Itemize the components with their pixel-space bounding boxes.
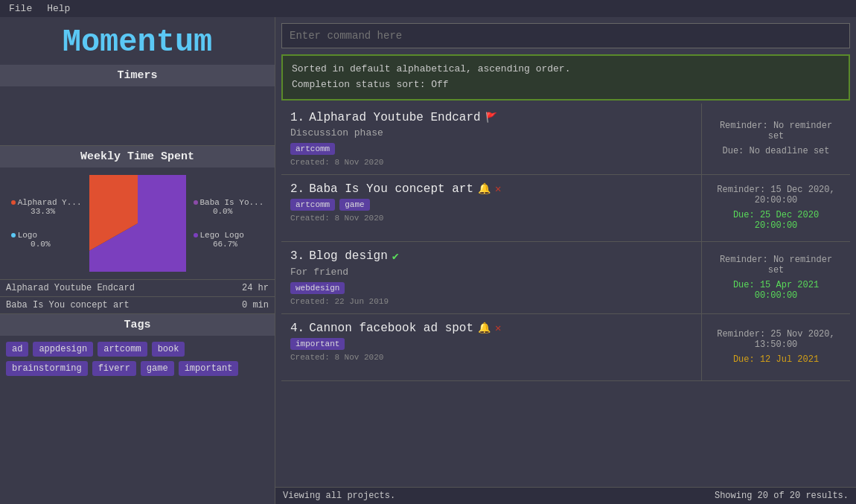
project-tag[interactable]: important xyxy=(290,338,345,350)
project-reminder: Reminder: No reminder set xyxy=(711,255,841,275)
project-main: 3. Blog design ✔ For friend webdesign Cr… xyxy=(281,242,701,313)
pie-chart xyxy=(89,175,186,272)
pie-label-logo: Logo 0.0% xyxy=(11,231,82,249)
bell-icon: 🔔 xyxy=(478,182,491,195)
project-tag[interactable]: artcomm xyxy=(290,143,335,155)
sidebar: Momentum Timers Weekly Time Spent Alphar… xyxy=(0,17,275,504)
project-main: 2. Baba Is You concept art 🔔✕ artcommgam… xyxy=(281,175,701,241)
status-right: Showing 20 of 20 results. xyxy=(715,491,849,501)
project-item[interactable]: 3. Blog design ✔ For friend webdesign Cr… xyxy=(281,242,850,314)
app-title: Momentum xyxy=(0,17,275,65)
project-item[interactable]: 1. Alpharad Youtube Endcard 🚩 Discussion… xyxy=(281,103,850,175)
project-meta: Reminder: No reminder set Due: No deadli… xyxy=(701,103,850,174)
project-due: Due: No deadline set xyxy=(711,146,841,156)
tag-pill[interactable]: game xyxy=(141,361,174,376)
tag-pill[interactable]: brainstorming xyxy=(6,361,88,376)
bell-icon: 🔔 xyxy=(478,322,491,334)
project-tag[interactable]: game xyxy=(339,199,369,211)
project-due: Due: 12 Jul 2021 xyxy=(711,354,841,365)
x-icon: ✕ xyxy=(495,322,501,334)
project-title: 4. Cannon facebook ad spot 🔔✕ xyxy=(290,322,692,335)
pie-label-lego: Lego Logo 66.7% xyxy=(194,231,264,249)
check-icon: ✔ xyxy=(392,249,399,264)
project-item[interactable]: 2. Baba Is You concept art 🔔✕ artcommgam… xyxy=(281,175,850,242)
project-phase: For friend xyxy=(290,267,692,278)
project-created: Created: 22 Jun 2019 xyxy=(290,297,692,306)
project-reminder: Reminder: 15 Dec 2020, 20:00:00 xyxy=(711,185,841,205)
tag-pill[interactable]: important xyxy=(179,361,239,376)
timers-section xyxy=(0,86,275,146)
project-name: Cannon facebook ad spot xyxy=(309,322,473,335)
project-tags: webdesign xyxy=(290,282,692,294)
project-item[interactable]: 4. Cannon facebook ad spot 🔔✕ important … xyxy=(281,314,850,381)
command-input[interactable] xyxy=(281,23,850,48)
menu-help[interactable]: Help xyxy=(47,3,70,14)
table-row: Alpharad Youtube Endcard 24 hr xyxy=(0,280,275,297)
main-layout: Momentum Timers Weekly Time Spent Alphar… xyxy=(0,17,856,504)
time-value-1: 24 hr xyxy=(215,280,275,297)
command-bar-wrapper xyxy=(275,17,856,54)
time-project-2: Baba Is You concept art xyxy=(0,297,215,314)
project-created: Created: 8 Nov 2020 xyxy=(290,158,692,167)
project-name: Blog design xyxy=(309,249,388,263)
project-number: 3. xyxy=(290,249,304,263)
menubar: File Help xyxy=(0,0,856,17)
time-table: Alpharad Youtube Endcard 24 hr Baba Is Y… xyxy=(0,279,275,313)
tags-section: Tags adappdesignartcommbookbrainstorming… xyxy=(0,314,275,504)
project-created: Created: 8 Nov 2020 xyxy=(290,214,692,223)
tag-pill[interactable]: fiverr xyxy=(92,361,136,376)
time-project-1: Alpharad Youtube Endcard xyxy=(0,280,215,297)
project-main: 1. Alpharad Youtube Endcard 🚩 Discussion… xyxy=(281,103,701,174)
project-meta: Reminder: 15 Dec 2020, 20:00:00 Due: 25 … xyxy=(701,175,850,241)
tag-pill[interactable]: book xyxy=(152,342,185,357)
tag-pill[interactable]: appdesign xyxy=(33,342,93,357)
project-tags: important xyxy=(290,338,692,350)
pie-label-alpharad: Alpharad Y... 33.3% xyxy=(11,198,82,216)
project-reminder: Reminder: No reminder set xyxy=(711,121,841,141)
project-number: 1. xyxy=(290,111,304,124)
project-number: 4. xyxy=(290,322,304,335)
status-bar: Viewing all projects. Showing 20 of 20 r… xyxy=(275,487,856,504)
table-row: Baba Is You concept art 0 min xyxy=(0,297,275,314)
project-title: 1. Alpharad Youtube Endcard 🚩 xyxy=(290,111,692,124)
sort-line1: Sorted in default alphabetical, ascendin… xyxy=(292,62,840,77)
timers-header: Timers xyxy=(0,65,275,86)
project-reminder: Reminder: 25 Nov 2020, 13:50:00 xyxy=(711,329,841,350)
project-meta: Reminder: 25 Nov 2020, 13:50:00 Due: 12 … xyxy=(701,314,850,380)
tag-pill[interactable]: artcomm xyxy=(98,342,147,357)
sort-line2: Completion status sort: Off xyxy=(292,77,840,93)
project-name: Baba Is You concept art xyxy=(309,182,473,196)
tags-container: adappdesignartcommbookbrainstormingfiver… xyxy=(0,336,275,382)
status-left: Viewing all projects. xyxy=(283,491,395,501)
project-meta: Reminder: No reminder set Due: 15 Apr 20… xyxy=(701,242,850,313)
time-value-2: 0 min xyxy=(215,297,275,314)
tags-header: Tags xyxy=(0,314,275,336)
project-created: Created: 8 Nov 2020 xyxy=(290,353,692,362)
project-title: 3. Blog design ✔ xyxy=(290,249,692,264)
project-due: Due: 15 Apr 2021 00:00:00 xyxy=(711,280,841,301)
flag-icon: 🚩 xyxy=(485,112,497,124)
pie-container: Alpharad Y... 33.3% Logo 0.0% xyxy=(0,168,275,279)
pie-labels-right: Baba Is Yo... 0.0% Lego Logo 66.7% xyxy=(194,198,264,249)
project-name: Alpharad Youtube Endcard xyxy=(309,111,480,124)
x-icon: ✕ xyxy=(495,182,501,195)
tag-pill[interactable]: ad xyxy=(6,342,28,357)
project-title: 2. Baba Is You concept art 🔔✕ xyxy=(290,182,692,196)
right-content: Sorted in default alphabetical, ascendin… xyxy=(275,17,856,504)
sort-info: Sorted in default alphabetical, ascendin… xyxy=(281,54,850,101)
project-tags: artcommgame xyxy=(290,199,692,211)
weekly-section: Weekly Time Spent Alpharad Y... 33.3% Lo… xyxy=(0,146,275,314)
menu-file[interactable]: File xyxy=(9,3,32,14)
project-due: Due: 25 Dec 2020 20:00:00 xyxy=(711,210,841,231)
project-main: 4. Cannon facebook ad spot 🔔✕ important … xyxy=(281,314,701,380)
projects-list: 1. Alpharad Youtube Endcard 🚩 Discussion… xyxy=(275,103,856,487)
pie-label-baba: Baba Is Yo... 0.0% xyxy=(194,198,264,216)
project-tags: artcomm xyxy=(290,143,692,155)
project-number: 2. xyxy=(290,182,304,196)
project-tag[interactable]: artcomm xyxy=(290,199,335,211)
weekly-header: Weekly Time Spent xyxy=(0,146,275,168)
project-tag[interactable]: webdesign xyxy=(290,282,345,294)
pie-labels-left: Alpharad Y... 33.3% Logo 0.0% xyxy=(11,198,82,249)
project-phase: Discussion phase xyxy=(290,127,692,138)
